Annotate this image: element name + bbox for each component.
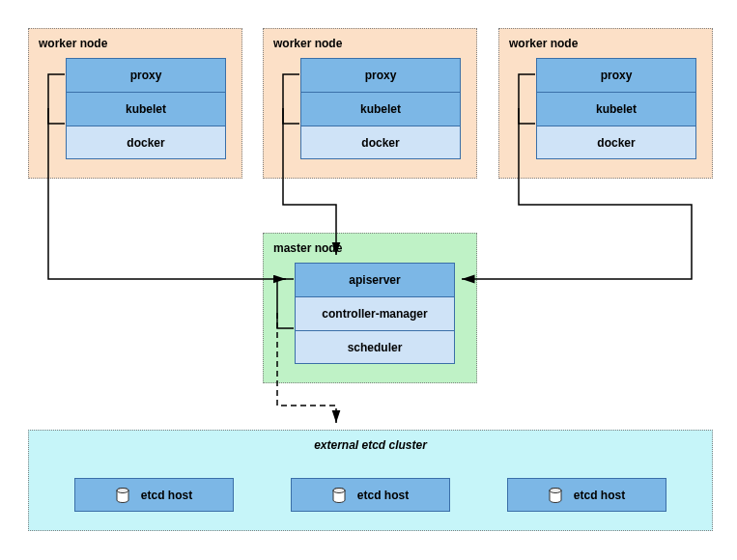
etcd-host-1: etcd host xyxy=(74,478,234,512)
master-stack: apiserver controller-manager scheduler xyxy=(295,263,455,364)
master-node-title: master node xyxy=(264,234,476,255)
docker-box: docker xyxy=(300,126,461,159)
svg-point-3 xyxy=(333,488,345,492)
database-icon xyxy=(332,488,346,503)
proxy-box: proxy xyxy=(66,58,226,92)
etcd-cluster-title: external etcd cluster xyxy=(29,431,712,452)
svg-point-5 xyxy=(550,488,561,492)
database-icon xyxy=(116,488,129,503)
proxy-box: proxy xyxy=(300,58,461,92)
kubelet-box: kubelet xyxy=(300,92,461,126)
etcd-host-label: etcd host xyxy=(141,489,192,502)
diagram-root: worker node proxy kubelet docker worker … xyxy=(0,0,737,560)
worker-node-3: worker node proxy kubelet docker xyxy=(498,28,713,179)
worker-stack: proxy kubelet docker xyxy=(66,58,226,159)
controller-manager-box: controller-manager xyxy=(295,296,455,330)
kubelet-box: kubelet xyxy=(66,92,226,126)
worker-node-2: worker node proxy kubelet docker xyxy=(263,28,477,179)
worker-node-title: worker node xyxy=(264,29,476,50)
etcd-host-3: etcd host xyxy=(507,478,666,512)
etcd-host-label: etcd host xyxy=(357,489,409,502)
etcd-host-2: etcd host xyxy=(291,478,450,512)
worker-stack: proxy kubelet docker xyxy=(300,58,461,159)
master-node: master node apiserver controller-manager… xyxy=(263,233,477,383)
proxy-box: proxy xyxy=(536,58,696,92)
apiserver-box: apiserver xyxy=(295,263,455,296)
worker-node-title: worker node xyxy=(499,29,712,50)
docker-box: docker xyxy=(66,126,226,159)
worker-stack: proxy kubelet docker xyxy=(536,58,696,159)
etcd-host-label: etcd host xyxy=(574,489,625,502)
docker-box: docker xyxy=(536,126,696,159)
worker-node-1: worker node proxy kubelet docker xyxy=(28,28,242,179)
svg-point-1 xyxy=(117,488,128,492)
worker-node-title: worker node xyxy=(29,29,241,50)
scheduler-box: scheduler xyxy=(295,330,455,364)
database-icon xyxy=(549,488,562,503)
kubelet-box: kubelet xyxy=(536,92,696,126)
